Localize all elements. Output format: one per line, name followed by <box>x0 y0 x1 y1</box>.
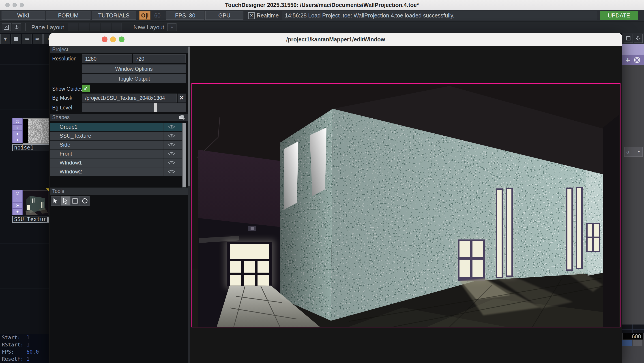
node-display-icon[interactable]: ◎ <box>12 118 22 124</box>
node-name-box[interactable]: SSU_Texture <box>12 216 50 223</box>
tutorials-button[interactable]: TUTORIALS <box>92 11 136 20</box>
parameter-divider <box>624 110 644 110</box>
tool-direct-select-button[interactable] <box>60 196 70 206</box>
new-layout-add-button[interactable]: + <box>168 23 176 31</box>
panel-scrollbar[interactable] <box>188 46 190 363</box>
cursor-arrow-icon <box>52 198 58 204</box>
tool-freeform-button[interactable] <box>80 196 90 206</box>
pane-preset-quad[interactable] <box>112 23 122 31</box>
bg-mask-label: Bg Mask <box>52 95 72 101</box>
bg-level-slider[interactable] <box>82 103 186 112</box>
projection-output-frame[interactable] <box>192 83 620 328</box>
perform-info-box: Start:1 RStart:1 FPS:60.0 ResetF:1 <box>0 334 49 363</box>
freeform-shape-icon <box>82 198 88 204</box>
oi-value: 60 <box>152 11 162 20</box>
update-button[interactable]: UPDATE <box>600 11 638 20</box>
node-render-icon[interactable]: ✦ <box>12 137 22 143</box>
fps-button[interactable]: FPS 30 <box>166 11 204 20</box>
realtime-checkbox[interactable]: X <box>248 12 255 19</box>
node-bypass-icon[interactable]: ϟ <box>12 124 22 131</box>
maximize-pane-button[interactable] <box>624 34 633 43</box>
forward-arrow-button[interactable]: ⇨ <box>33 34 42 44</box>
back-arrow-button[interactable]: ⇦ <box>22 34 32 44</box>
resolution-height-field[interactable]: 720 <box>133 54 186 63</box>
parameter-panel-edge: + a ▼ 600 ... <box>622 33 644 363</box>
tool-select-button[interactable] <box>50 196 60 206</box>
bookmark-anchor-icon[interactable] <box>12 23 21 31</box>
timeline-range-bar[interactable] <box>622 340 632 346</box>
window-options-button[interactable]: Window Options <box>82 64 186 73</box>
status-message-field[interactable]: 14:56:28 Load Project .toe: WallProjecti… <box>282 11 597 20</box>
network-grid-strip <box>622 325 644 333</box>
shape-row-front[interactable]: Front <box>50 149 182 158</box>
forum-button[interactable]: FORUM <box>46 11 90 20</box>
scrollbar-thumb[interactable] <box>182 123 186 187</box>
pane-layout-label: Pane Layout <box>31 23 64 31</box>
stop-button[interactable] <box>11 34 21 44</box>
visibility-eye-icon[interactable] <box>168 170 175 173</box>
add-parameter-icon[interactable]: + <box>626 56 630 64</box>
square-icon <box>14 37 18 41</box>
node-export-icon[interactable]: ➤ <box>12 131 22 137</box>
text-cursor <box>47 217 48 222</box>
toggle-output-button[interactable]: Toggle Output <box>82 74 186 83</box>
info-row: FPS:60.0 <box>0 348 49 356</box>
timeline-options-button[interactable]: ... <box>633 340 642 346</box>
chevron-down-icon: ▼ <box>637 150 641 154</box>
add-group-icon[interactable] <box>179 115 186 120</box>
shape-row-group1[interactable]: Group1 <box>50 123 182 131</box>
resolution-width-field[interactable]: 1280 <box>82 54 132 63</box>
slider-handle[interactable] <box>154 103 157 112</box>
pane-preset-single[interactable] <box>68 23 78 31</box>
node-export-icon[interactable]: ➤ <box>12 202 22 209</box>
node-ssu-thumbnail <box>22 190 49 215</box>
visibility-eye-icon[interactable] <box>168 152 175 156</box>
visibility-eye-icon[interactable] <box>168 125 175 129</box>
macos-titlebar: TouchDesigner 2025.31550: /Users/mac/Doc… <box>0 0 644 10</box>
pane-preset-tsplit[interactable] <box>101 23 111 31</box>
app-title: TouchDesigner 2025.31550: /Users/mac/Doc… <box>0 0 644 10</box>
node-name-box[interactable]: noise1 <box>12 144 50 151</box>
realtime-label: Realtime <box>256 11 279 20</box>
wiki-button[interactable]: WIKI <box>2 11 45 20</box>
oi-indicator[interactable]: O|I <box>139 11 150 20</box>
shape-row-side[interactable]: Side <box>50 141 182 149</box>
window-titlebar[interactable]: /project1/kantanMapper1/editWindow <box>49 33 622 46</box>
node-display-icon[interactable]: ◎ <box>12 190 22 196</box>
parameter-dropdown[interactable]: a ▼ <box>624 147 643 157</box>
rectangle-icon <box>72 198 78 204</box>
shape-row-window1[interactable]: WIndow1 <box>50 158 182 167</box>
bg-mask-clear-button[interactable]: ✕ <box>178 93 186 102</box>
kantan-mapper-window: /project1/kantanMapper1/editWindow Proje… <box>49 33 622 363</box>
visibility-eye-icon[interactable] <box>168 143 175 147</box>
tool-rectangle-button[interactable] <box>70 196 80 206</box>
right-toolbar <box>622 33 644 44</box>
slanted-window-2 <box>310 128 326 196</box>
anchor-icon <box>14 25 19 30</box>
panel-browser-icon[interactable] <box>2 23 11 31</box>
window-body: Project Resolution 1280 720 Window Optio… <box>49 46 622 363</box>
timeline-end-field[interactable]: 600 <box>623 333 643 340</box>
network-editor-pane[interactable]: ▼ ⇦ ⇨ + ◎ ϟ ➤ ✦ <box>0 33 49 363</box>
scene-thumbnail <box>23 190 48 215</box>
node-bypass-icon[interactable]: ϟ <box>12 196 22 202</box>
shapes-scrollbar[interactable] <box>182 123 186 188</box>
parameter-header[interactable] <box>622 44 644 55</box>
edit-canvas[interactable] <box>190 46 622 363</box>
pane-type-dropdown[interactable]: ▼ <box>0 34 10 44</box>
collapse-pane-button[interactable] <box>634 34 643 43</box>
scrollbar-thumb[interactable] <box>188 46 190 186</box>
gpu-button[interactable]: GPU <box>205 11 244 20</box>
pane-preset-hsplit[interactable] <box>90 23 100 31</box>
visibility-eye-icon[interactable] <box>168 161 175 164</box>
bg-mask-field[interactable]: /project1/SSU_Texture_2048x1304 <box>82 93 177 102</box>
node-render-icon[interactable]: ✦ <box>12 209 22 215</box>
visibility-eye-icon[interactable] <box>168 134 175 138</box>
shape-row-window2[interactable]: WIndow2 <box>50 167 182 176</box>
info-row: ResetF:1 <box>0 356 49 363</box>
projection-scene <box>192 84 620 327</box>
shape-row-ssu-texture[interactable]: SSU_Texture <box>50 132 182 140</box>
pane-preset-vsplit[interactable] <box>79 23 89 31</box>
bullseye-icon[interactable] <box>634 57 640 63</box>
show-guides-checkbox[interactable]: ✓ <box>82 85 90 92</box>
